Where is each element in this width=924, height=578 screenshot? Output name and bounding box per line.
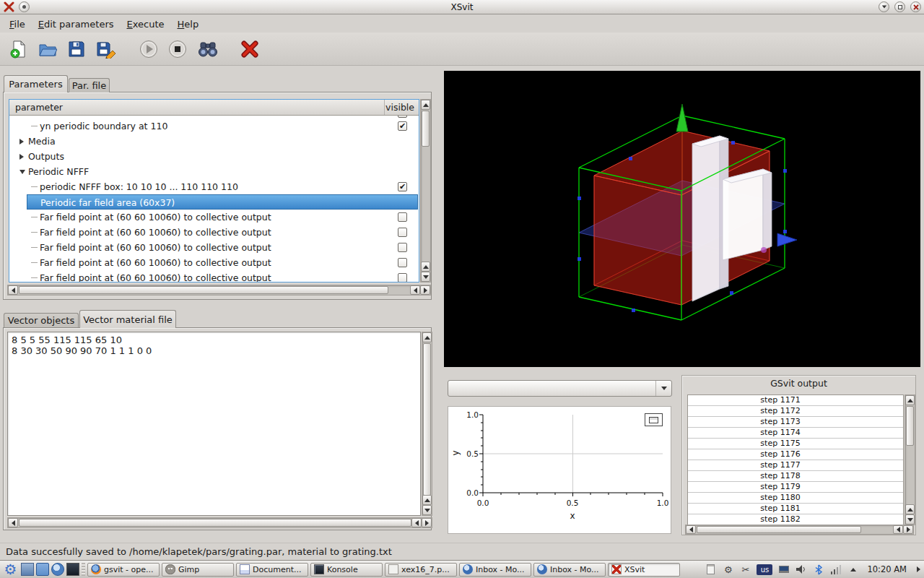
taskbar-window-gsvit-web[interactable]: gsvit - ope... xyxy=(87,563,160,577)
visible-checkbox[interactable]: ✔ xyxy=(398,212,407,222)
column-parameter[interactable]: parameter xyxy=(9,102,384,113)
display-icon[interactable] xyxy=(777,564,790,576)
tree-vscrollbar[interactable] xyxy=(420,99,431,282)
scroll-down-button[interactable] xyxy=(905,514,915,525)
scroll-up-button[interactable] xyxy=(422,495,432,505)
textarea-hscrollbar[interactable] xyxy=(7,517,432,528)
scroll-down-button[interactable] xyxy=(422,505,432,515)
graph-legend-button[interactable] xyxy=(645,413,663,426)
network-signal-icon[interactable] xyxy=(829,564,842,576)
taskbar-window-document[interactable]: Document... xyxy=(236,563,308,577)
tree-row-nfff-box[interactable]: periodic NFFF box: 10 10 10 ... 110 110 … xyxy=(9,179,419,194)
scroll-left-button[interactable] xyxy=(411,518,422,527)
keyboard-layout-indicator[interactable]: us xyxy=(757,564,772,575)
scroll-right-button[interactable] xyxy=(422,518,432,527)
scroll-up-button[interactable] xyxy=(905,504,915,514)
taskbar-window-gimp[interactable]: Gimp xyxy=(162,563,234,577)
scrollbar-thumb[interactable] xyxy=(697,526,861,533)
scrollbar-thumb[interactable] xyxy=(19,519,411,527)
clipboard-icon[interactable] xyxy=(705,564,717,576)
menu-edit-parameters[interactable]: Edit parameters xyxy=(32,17,121,32)
tree-row-outputs[interactable]: Outputs xyxy=(9,149,419,164)
tree-hscrollbar[interactable] xyxy=(7,285,431,296)
scroll-up-button[interactable] xyxy=(422,332,432,342)
scroll-right-button[interactable] xyxy=(420,285,430,295)
close-button[interactable] xyxy=(910,1,921,12)
scroll-down-button[interactable] xyxy=(421,272,430,282)
taskbar-window-inbox-2[interactable]: Inbox - Mo... xyxy=(533,563,606,577)
output-step-list[interactable]: step 1171 step 1172 step 1173 step 1174 … xyxy=(687,394,904,525)
menu-help[interactable]: Help xyxy=(171,17,206,32)
scrollbar-thumb[interactable] xyxy=(906,406,914,446)
volume-icon[interactable] xyxy=(795,564,807,576)
visible-checkbox[interactable]: ✔ xyxy=(398,258,407,267)
minimize-button[interactable] xyxy=(879,1,889,12)
scissors-icon[interactable]: ✂ xyxy=(739,564,751,576)
tree-row-periodic-far-field-area[interactable]: Periodic far field area (60x37) xyxy=(27,194,418,210)
textarea-vscrollbar[interactable] xyxy=(422,332,432,516)
tab-parameters[interactable]: Parameters xyxy=(4,75,68,92)
gear-icon[interactable]: ⚙ xyxy=(722,564,734,576)
output-selector-combobox[interactable] xyxy=(448,380,672,397)
taskbar-clock[interactable]: 10:20 AM xyxy=(864,564,910,574)
home-folder-button[interactable] xyxy=(36,563,49,576)
titlebar[interactable]: XSvit xyxy=(0,0,924,14)
preview-graph[interactable]: 0.0 0.5 1.0 1.0 0.5 0.0 x y xyxy=(448,406,671,534)
combobox-dropdown-button[interactable] xyxy=(655,381,671,396)
run-button[interactable] xyxy=(136,36,162,62)
bluetooth-icon[interactable] xyxy=(812,564,824,576)
tab-vector-objects[interactable]: Vector objects xyxy=(4,313,79,327)
viewport-3d[interactable] xyxy=(444,71,920,367)
scroll-up-button[interactable] xyxy=(421,100,430,110)
scroll-left-button[interactable] xyxy=(410,285,420,295)
scroll-up-button[interactable] xyxy=(421,262,430,272)
web-browser-button[interactable] xyxy=(51,563,64,576)
scroll-right-button[interactable] xyxy=(903,525,913,534)
tree-row-periodic-nfff[interactable]: Periodic NFFF xyxy=(9,164,419,179)
tree-row-far-field-point[interactable]: Far field point at (60 60 10060) to coll… xyxy=(9,255,419,270)
kmenu-button[interactable]: ⚙ xyxy=(2,561,19,577)
menu-file[interactable]: File xyxy=(3,17,32,32)
tree-row-yn-periodic-boundary[interactable]: yn periodic boundary at 110 ✔ xyxy=(9,118,419,134)
visible-checkbox[interactable]: ✔ xyxy=(398,182,407,191)
scroll-left-button[interactable] xyxy=(8,518,18,527)
panel-expand-button[interactable] xyxy=(847,564,859,576)
visible-checkbox[interactable]: ✔ xyxy=(398,273,407,282)
tree-row-far-field-point[interactable]: Far field point at (60 60 10060) to coll… xyxy=(9,240,419,255)
panel-hide-button[interactable] xyxy=(915,564,922,576)
output-hscrollbar[interactable] xyxy=(685,525,914,535)
tree-row-far-field-point[interactable]: Far field point at (60 60 10060) to coll… xyxy=(9,270,419,282)
tree-row-far-field-point[interactable]: Far field point at (60 60 10060) to coll… xyxy=(9,210,419,225)
taskbar-window-xsvit[interactable]: XSvit xyxy=(608,563,680,577)
save-button[interactable] xyxy=(64,36,90,62)
tree-row-far-field-point[interactable]: Far field point at (60 60 10060) to coll… xyxy=(9,225,419,240)
taskbar-window-xex-file[interactable]: xex16_7.p... xyxy=(385,563,457,577)
scroll-up-button[interactable] xyxy=(905,395,915,405)
visible-checkbox[interactable]: ✔ xyxy=(398,243,407,252)
stop-button[interactable] xyxy=(165,36,191,62)
tree-row-media[interactable]: Media xyxy=(9,134,419,149)
tab-vector-material-file[interactable]: Vector material file xyxy=(79,310,176,328)
expander-icon[interactable] xyxy=(19,139,24,144)
menu-execute[interactable]: Execute xyxy=(121,17,171,32)
quit-button[interactable] xyxy=(237,36,263,62)
scrollbar-thumb[interactable] xyxy=(422,111,430,147)
visible-checkbox[interactable]: ✔ xyxy=(398,228,407,237)
taskbar-window-inbox-1[interactable]: Inbox - Mo... xyxy=(459,563,531,577)
panel-handle[interactable] xyxy=(82,563,85,576)
maximize-button[interactable] xyxy=(894,1,905,12)
scroll-left-button[interactable] xyxy=(686,525,696,534)
new-file-button[interactable] xyxy=(6,36,32,62)
tab-par-file[interactable]: Par. file xyxy=(69,78,110,92)
vector-material-textarea[interactable]: 8 5 5 55 115 115 65 10 8 30 30 50 90 90 … xyxy=(7,332,421,516)
scroll-left-button[interactable] xyxy=(8,285,18,295)
expander-icon[interactable] xyxy=(19,170,25,174)
scroll-left-button[interactable] xyxy=(893,525,903,534)
show-desktop-button[interactable] xyxy=(21,563,34,576)
taskbar-window-konsole[interactable]: Konsole xyxy=(310,563,383,577)
visible-checkbox[interactable]: ✔ xyxy=(398,116,407,118)
open-file-button[interactable] xyxy=(35,36,61,62)
scrollbar-thumb[interactable] xyxy=(19,286,388,294)
expander-icon[interactable] xyxy=(19,154,24,160)
parameter-tree[interactable]: parameter visible ✔ yn periodic boundary… xyxy=(9,99,419,282)
